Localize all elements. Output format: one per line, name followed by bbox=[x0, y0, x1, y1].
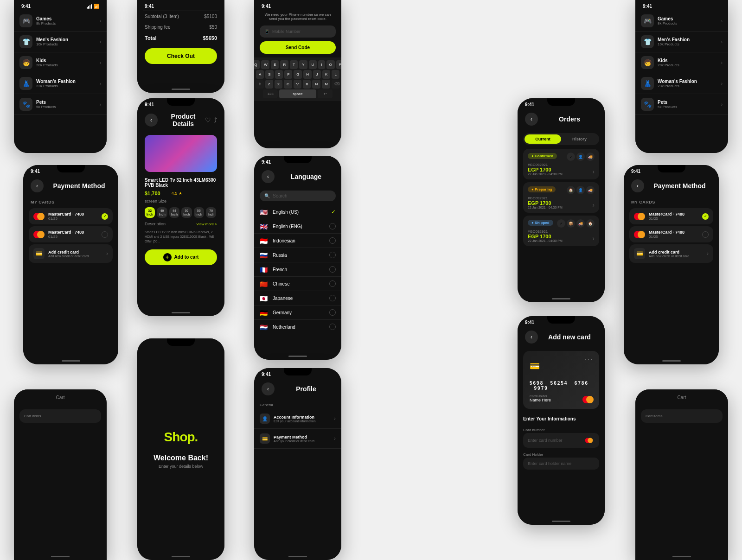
category-item[interactable]: 🧒 Kids 20k Products › bbox=[14, 52, 107, 73]
order-badge-3: ● Shipped bbox=[528, 220, 553, 226]
size-chip[interactable]: 44 Inch bbox=[169, 207, 179, 218]
share-icon[interactable]: ⤴ bbox=[214, 116, 217, 124]
profile-item-account[interactable]: 👤 Account Information Edit your account … bbox=[254, 409, 341, 429]
key-e[interactable]: E bbox=[271, 60, 279, 69]
pay-right-back-btn[interactable]: ‹ bbox=[631, 179, 644, 192]
card-name-right-1: MasterCard · 7488 bbox=[649, 212, 698, 216]
profile-item-payment[interactable]: 💳 Payment Method Add your credit or debi… bbox=[254, 429, 341, 449]
order-icons-3: ✓ 📦 🚚 🏠 bbox=[557, 219, 595, 228]
order-id-3: #GC092921 bbox=[528, 229, 595, 234]
add-to-cart-button[interactable]: + Add to cart bbox=[145, 249, 217, 265]
lang-back-btn[interactable]: ‹ bbox=[262, 170, 275, 183]
key-space[interactable]: space bbox=[279, 89, 316, 98]
key-shift[interactable]: ⇧ bbox=[256, 80, 264, 89]
send-code-button[interactable]: Send Code bbox=[260, 41, 336, 54]
category-item[interactable]: 🐾 Pets 5k Products › bbox=[635, 94, 728, 115]
key-y[interactable]: Y bbox=[299, 60, 307, 69]
category-item[interactable]: 👗 Woman's Fashion 23k Products › bbox=[635, 73, 728, 94]
language-item[interactable]: 🇯🇵 Japanese bbox=[254, 291, 341, 305]
add-card-item-right[interactable]: 💳 Add credit card Add new credit or debi… bbox=[629, 244, 713, 263]
category-item[interactable]: 🧒 Kids 20k Products › bbox=[635, 52, 728, 73]
order-card-2[interactable]: ● Preparing 🏠 👤 🚚 #GC092921 EGP 1700 22 … bbox=[523, 182, 599, 213]
cart-item-right: Cart items... bbox=[641, 409, 723, 423]
order-card-1[interactable]: ● Confirmed ✓ 👤 🚚 #GC092921 EGP 1700 22 … bbox=[523, 149, 599, 179]
key-v[interactable]: V bbox=[294, 80, 301, 89]
card-item-2-left[interactable]: MasterCard · 7488 01/25 bbox=[29, 226, 113, 242]
category-item[interactable]: 👕 Men's Fashion 10k Products › bbox=[14, 32, 107, 52]
checkout-button[interactable]: Check Out bbox=[145, 48, 217, 64]
key-123[interactable]: 123 bbox=[263, 89, 278, 98]
mobile-input[interactable]: 📱 Mobile Number bbox=[260, 25, 336, 38]
key-h[interactable]: H bbox=[303, 70, 312, 79]
category-item[interactable]: 🎮 Games 8k Products › bbox=[635, 11, 728, 32]
category-item[interactable]: 👕 Men's Fashion 10k Products › bbox=[635, 32, 728, 52]
size-chip[interactable]: 40 Inch bbox=[157, 207, 167, 218]
key-q[interactable]: Q bbox=[254, 60, 260, 69]
product-back-btn[interactable]: ‹ bbox=[145, 114, 158, 127]
category-item[interactable]: 👗 Woman's Fashion 23k Products › bbox=[14, 73, 107, 94]
add-card-item-left[interactable]: 💳 Add credit card Add new credit or debi… bbox=[29, 244, 113, 263]
language-item[interactable]: 🇫🇷 French bbox=[254, 262, 341, 277]
key-z[interactable]: Z bbox=[265, 80, 273, 89]
language-item[interactable]: 🇮🇩 Indonesian bbox=[254, 234, 341, 248]
key-k[interactable]: K bbox=[322, 70, 330, 79]
tab-current[interactable]: Current bbox=[525, 134, 561, 144]
pay-left-back-btn[interactable]: ‹ bbox=[31, 179, 44, 192]
key-n[interactable]: N bbox=[312, 80, 320, 89]
key-return[interactable]: ↩ bbox=[318, 89, 333, 98]
size-chip[interactable]: 70 Inch bbox=[206, 207, 216, 218]
notch-orders bbox=[547, 98, 575, 106]
key-p[interactable]: P bbox=[336, 60, 341, 69]
language-item[interactable]: 🇺🇸 English (US) ✓ bbox=[254, 205, 341, 219]
category-item[interactable]: 🐾 Pets 5k Products › bbox=[14, 94, 107, 115]
size-chip[interactable]: 32 Inch bbox=[145, 207, 155, 218]
language-item[interactable]: 🇨🇳 Chinese bbox=[254, 277, 341, 291]
order-card-3[interactable]: ● Shipped ✓ 📦 🚚 🏠 #GC092921 EGP 1700 22 … bbox=[523, 216, 599, 246]
language-item[interactable]: 🇷🇺 Russia bbox=[254, 248, 341, 262]
tab-history[interactable]: History bbox=[561, 134, 598, 144]
card-holder-input[interactable]: Enter card holder name bbox=[523, 458, 599, 470]
phone-welcome: Shop. Welcome Back! Enter your details b… bbox=[137, 338, 224, 560]
key-a[interactable]: A bbox=[256, 70, 264, 79]
addcard-back-btn[interactable]: ‹ bbox=[525, 331, 538, 344]
card-item-1-right[interactable]: MasterCard · 7488 01/25 ✓ bbox=[629, 208, 713, 224]
key-c[interactable]: C bbox=[284, 80, 292, 89]
key-t[interactable]: T bbox=[290, 60, 298, 69]
key-b[interactable]: B bbox=[303, 80, 311, 89]
language-item[interactable]: 🇩🇪 Germany bbox=[254, 305, 341, 320]
orders-back-btn[interactable]: ‹ bbox=[525, 113, 538, 126]
lang-check-icon: ✓ bbox=[331, 209, 336, 215]
key-l[interactable]: L bbox=[332, 70, 339, 79]
category-item[interactable]: 🎮 Games 8k Products › bbox=[14, 11, 107, 32]
key-o[interactable]: O bbox=[326, 60, 335, 69]
key-r[interactable]: R bbox=[280, 60, 288, 69]
key-d[interactable]: D bbox=[275, 70, 283, 79]
card-number-input[interactable]: Enter card number bbox=[523, 433, 599, 448]
view-more-btn[interactable]: View more > bbox=[196, 222, 217, 226]
status-bar-pw: 9:41 bbox=[254, 0, 341, 11]
key-backspace[interactable]: ⌫ bbox=[332, 80, 340, 89]
key-w[interactable]: W bbox=[261, 60, 269, 69]
profile-back-btn[interactable]: ‹ bbox=[262, 382, 275, 395]
key-g[interactable]: G bbox=[294, 70, 302, 79]
lang-name: Russia bbox=[273, 253, 329, 258]
lang-search[interactable]: 🔍 Search bbox=[260, 191, 336, 201]
card-item-1-left[interactable]: MasterCard · 7488 01/25 ✓ bbox=[29, 208, 113, 224]
language-item[interactable]: 🇬🇧 English (ENG) bbox=[254, 219, 341, 234]
size-chip[interactable]: 50 Inch bbox=[181, 207, 192, 218]
key-u[interactable]: U bbox=[309, 60, 317, 69]
time-addcard: 9:41 bbox=[525, 320, 534, 325]
key-m[interactable]: M bbox=[322, 80, 330, 89]
size-chip[interactable]: 55 Inch bbox=[194, 207, 204, 218]
phone-addcard: 9:41 ‹ Add new card ··· 💳 5698 56254 678… bbox=[518, 316, 605, 525]
key-s[interactable]: S bbox=[265, 70, 273, 79]
card-item-2-right[interactable]: MasterCard · 7488 01/25 bbox=[629, 226, 713, 242]
card-mastercard-icon bbox=[582, 396, 594, 403]
key-x[interactable]: X bbox=[275, 80, 282, 89]
language-item[interactable]: 🇳🇱 Netherland bbox=[254, 320, 341, 334]
key-f[interactable]: F bbox=[284, 70, 292, 79]
order-icon-truck3: 🚚 bbox=[576, 219, 585, 228]
key-j[interactable]: J bbox=[313, 70, 321, 79]
wishlist-icon[interactable]: ♡ bbox=[205, 116, 211, 124]
key-i[interactable]: I bbox=[318, 60, 325, 69]
